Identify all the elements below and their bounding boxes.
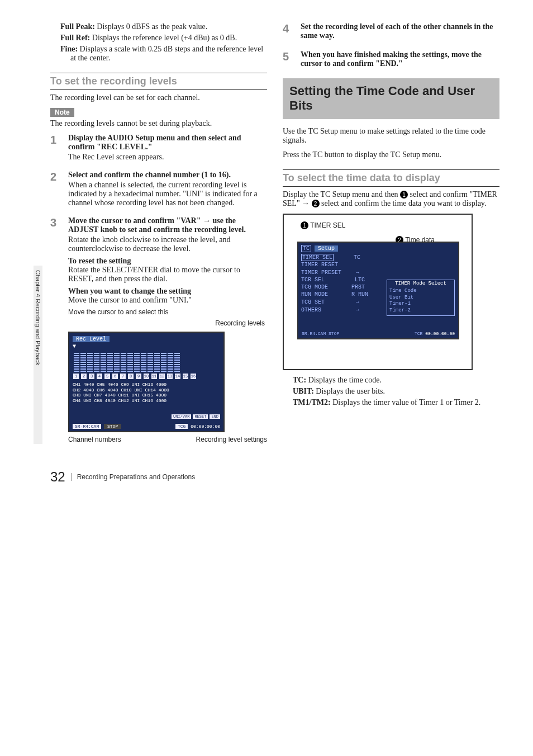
step-head: When you have finished making the settin… <box>301 50 499 68</box>
def-text: Displays the timer value of Timer 1 or T… <box>332 398 480 407</box>
timer-mode-popup: TIMER Mode Select Time Code User Bit Tim… <box>387 280 455 316</box>
def-text: Displays 0 dBFS as the peak value. <box>97 22 207 31</box>
ch-row: CH3 UNI CH7 4040 CH11 UNI CH15 4000 <box>73 393 220 398</box>
tc-intro-1: Use the TC Setup menu to make settings r… <box>283 127 499 145</box>
note-text: The recording levels cannot be set durin… <box>50 119 267 128</box>
step-body: Display the AUDIO Setup menu and then se… <box>68 134 267 162</box>
select-intro: Display the TC Setup menu and then 1 sel… <box>283 190 499 208</box>
step-3: 3 Move the cursor to and confirm "VAR" →… <box>50 216 267 443</box>
step-head: Set the recording level of each of the o… <box>301 22 499 40</box>
fig-bottom-annotations: Channel numbers Recording level settings <box>68 436 267 443</box>
step-sub-body-reset: Rotate the SELECT/ENTER dial to move the… <box>68 266 267 284</box>
tc-intro-2: Press the TC button to display the TC Se… <box>283 150 499 159</box>
callout-1-label: TIMER SEL <box>310 221 345 229</box>
heading-select-time-data: To select the time data to display <box>283 169 499 187</box>
ch-row: CH2 4040 CH6 4040 CH10 UNI CH14 4000 <box>73 388 220 393</box>
text-c: select and confirm the time data you wan… <box>321 199 486 207</box>
step-sub-head-reset: To reset the setting <box>68 257 267 266</box>
status-time: 00:00:00:00 <box>191 424 220 429</box>
callout-1-icon: 1 <box>301 221 308 229</box>
status-stop: STOP <box>329 331 339 336</box>
rec-intro-text: The recording level can be set for each … <box>50 93 267 102</box>
note-label: Note <box>50 108 74 117</box>
def-term: UBIT: <box>293 387 316 395</box>
ch-row: CH1 4040 CH5 4040 CH9 UNI CH13 4000 <box>73 382 220 388</box>
step-body: Move the cursor to and confirm "VAR" → u… <box>68 216 267 443</box>
definition-list-full: Full Peak: Displays 0 dBFS as the peak v… <box>50 22 267 63</box>
fig-annotation-right: Recording levels <box>68 319 267 327</box>
def-text: Displays the user bits. <box>316 387 385 395</box>
step-number: 3 <box>50 216 61 443</box>
popup-item: Timer-1 <box>389 301 452 308</box>
figure-rec-level: Rec Level ▼ 12345678 910111213141516 <box>68 332 267 432</box>
step-head: Move the cursor to and confirm "VAR" → u… <box>68 216 267 234</box>
channel-value-grid: CH1 4040 CH5 4040 CH9 UNI CH13 4000 CH2 … <box>73 382 220 403</box>
status-time: 00:00:00:00 <box>425 331 455 336</box>
reset-button: RESET <box>193 414 208 419</box>
popup-item: User Bit <box>389 295 452 301</box>
tc-setup-screen: TC Setup TIMER SEL TC TIMER RESET TIMER … <box>297 242 459 339</box>
def-term: Fine: <box>60 45 80 53</box>
annot-channel-numbers: Channel numbers <box>68 436 121 443</box>
def-ubit: UBIT: Displays the user bits. <box>283 387 499 396</box>
step-sub-head-change: When you want to change the setting <box>68 287 267 296</box>
popup-item: Timer-2 <box>389 308 452 314</box>
popup-title: TIMER Mode Select <box>387 280 454 287</box>
def-text: Displays a scale with 0.25 dB steps and … <box>70 45 263 62</box>
popup-item: Time Code <box>389 288 452 295</box>
rec-level-screen: Rec Level ▼ 12345678 910111213141516 <box>68 332 225 432</box>
def-term: Full Peak: <box>60 22 97 31</box>
callout-1-icon: 1 <box>400 191 408 199</box>
tc-tab-left: TC <box>301 245 311 252</box>
def-tm1-tm2: TM1/TM2: Displays the timer value of Tim… <box>283 398 499 407</box>
status-device: SR-R4:CAM <box>73 424 101 429</box>
def-term: Full Ref: <box>60 34 92 42</box>
def-text: Displays the reference level (+4 dBu) as… <box>92 34 237 42</box>
callout-timer-sel: 1 TIMER SEL <box>301 221 345 230</box>
two-column-layout: Full Peak: Displays 0 dBFS as the peak v… <box>50 22 499 452</box>
def-tc: TC: Displays the time code. <box>283 376 499 385</box>
tc-row: TIMER RESET <box>301 261 455 268</box>
step-2: 2 Select and confirm the channel number … <box>50 171 267 207</box>
page-number: 32 <box>50 469 65 485</box>
annot-rec-level-settings: Recording level settings <box>196 436 267 443</box>
rec-level-tab: Rec Level <box>73 336 110 342</box>
step-number: 2 <box>50 171 61 207</box>
status-tcr: TCR <box>415 331 422 336</box>
step-text: When a channel is selected, the current … <box>68 181 267 207</box>
steps-list-left: 1 Display the AUDIO Setup menu and then … <box>50 134 267 443</box>
step-5: 5 When you have finished making the sett… <box>283 50 499 69</box>
step-4: 4 Set the recording level of each of the… <box>283 22 499 41</box>
tc-status-bar: SR-R4:CAM STOP TCR 00:00:00:00 <box>302 331 455 336</box>
status-tcg: TCG <box>175 424 188 429</box>
rec-level-buttons: UNI/VAR RESET END <box>172 414 220 419</box>
step-head: Display the AUDIO Setup menu and then se… <box>68 134 267 152</box>
section-heading-tc: Setting the Time Code and User Bits <box>283 78 499 119</box>
step-text: The Rec Level screen appears. <box>68 153 267 162</box>
def-fine: Fine: Displays a scale with 0.25 dB step… <box>50 45 267 63</box>
tc-tab-right: Setup <box>315 245 338 252</box>
callout-2-icon: 2 <box>312 200 320 207</box>
status-stop: STOP <box>104 424 121 429</box>
step-text: Rotate the knob clockwise to increase th… <box>68 235 267 253</box>
step-number: 4 <box>283 22 294 41</box>
def-term: TC: <box>293 376 308 384</box>
def-full-ref: Full Ref: Displays the reference level (… <box>50 34 267 42</box>
chapter-side-tab: Chapter 4 Recording and Playback <box>34 266 42 444</box>
step-sub-body-change: Move the cursor to and confirm "UNI." <box>68 296 267 305</box>
tc-row: TIMER SEL TC <box>301 254 455 261</box>
text-a: Display the TC Setup menu and then <box>283 190 400 199</box>
level-meters <box>74 353 219 372</box>
def-text: Displays the time code. <box>308 376 382 384</box>
status-bar: SR-R4:CAM STOP TCG 00:00:00:00 <box>73 424 220 429</box>
footer-title: Recording Preparations and Operations <box>71 473 195 481</box>
figure-tc-setup: 1 TIMER SEL 2 Time data TC Setup TIMER S… <box>283 214 473 370</box>
steps-list-right: 4 Set the recording level of each of the… <box>283 22 499 69</box>
uni-var-button: UNI/VAR <box>172 414 191 419</box>
def-term: TM1/TM2: <box>293 398 332 407</box>
status-device: SR-R4:CAM <box>302 331 326 336</box>
step-head: Select and confirm the channel number (1… <box>68 171 267 179</box>
end-button: END <box>210 414 220 419</box>
step-1: 1 Display the AUDIO Setup menu and then … <box>50 134 267 162</box>
fig-annotation-top: Move the cursor to and select this <box>68 308 267 316</box>
